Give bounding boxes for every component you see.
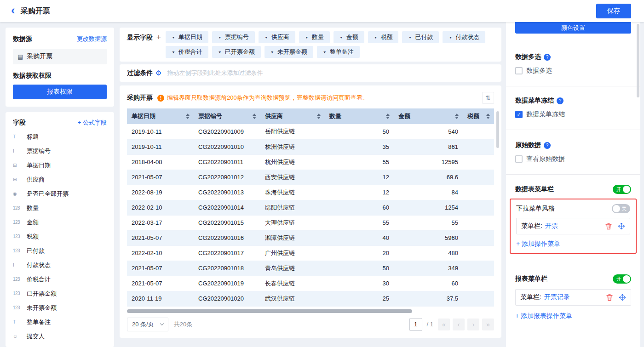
row-sort-button[interactable]: ⇅	[482, 92, 494, 104]
sort-icon[interactable]	[317, 114, 321, 119]
add-action-menu-link[interactable]: + 添加操作菜单	[516, 240, 560, 248]
help-icon[interactable]: ?	[557, 97, 564, 104]
sort-icon[interactable]	[253, 114, 256, 119]
table-row[interactable]: 2022-02-10CG20220901017广州供应链20480	[127, 245, 494, 261]
table-cell: 25	[325, 291, 394, 306]
sort-icon[interactable]	[386, 114, 390, 119]
table-row[interactable]: 2021-05-07CG20220901016湘潭供应链405960	[127, 230, 494, 245]
save-button[interactable]: 保存	[596, 4, 631, 18]
add-display-field-icon[interactable]: +	[156, 31, 161, 58]
display-field-chip[interactable]: ▼数量	[299, 31, 330, 43]
multi-select-checkbox-row[interactable]: 数据多选	[515, 67, 631, 75]
menu-item-value[interactable]: 开票记录	[544, 293, 570, 301]
sort-icon[interactable]	[486, 114, 490, 119]
text-icon: T	[13, 319, 24, 324]
display-field-chip[interactable]: ▼税额	[368, 31, 399, 43]
menu-item-value[interactable]: 开票	[545, 222, 558, 230]
column-header[interactable]: 金额	[394, 108, 463, 124]
next-page-button[interactable]: ›	[467, 319, 479, 330]
last-page-button[interactable]: »	[482, 319, 494, 330]
color-settings-button[interactable]: 颜色设置	[515, 22, 631, 34]
display-field-chip[interactable]: ▼付款状态	[443, 31, 485, 43]
first-page-button[interactable]: «	[438, 319, 450, 330]
gear-icon[interactable]: ⚙	[155, 69, 161, 77]
field-item[interactable]: T标题	[13, 130, 107, 144]
display-field-chip[interactable]: ▼金额	[334, 31, 364, 43]
move-icon[interactable]	[619, 294, 626, 301]
display-field-chip[interactable]: ▼供应商	[259, 31, 295, 43]
change-datasource-link[interactable]: 更改数据源	[77, 35, 107, 43]
table-menu-toggle[interactable]: 开	[613, 185, 631, 194]
display-field-chip[interactable]: ▼价税合计	[166, 46, 208, 58]
field-item[interactable]: 123已开票金额	[13, 286, 107, 301]
help-icon[interactable]: ?	[544, 142, 551, 149]
table-row[interactable]: 2022-03-17CG20220901015大理供应链5555	[127, 215, 494, 230]
table-row[interactable]: 2022-02-10CG20220901014绵阳供应链601254	[127, 200, 494, 215]
checkbox-checked[interactable]: ✓	[515, 111, 523, 118]
menu-item-prefix: 菜单栏:	[521, 222, 542, 230]
field-item[interactable]: 123数量	[13, 201, 107, 215]
field-item[interactable]: 123价税合计	[13, 272, 107, 286]
panel-scrollbar[interactable]	[637, 24, 639, 97]
menu-item-row[interactable]: 菜单栏: 开票	[516, 218, 630, 234]
horizontal-scrollbar[interactable]	[127, 309, 412, 313]
field-item[interactable]: ◉是否已全部开票	[13, 187, 107, 201]
help-icon[interactable]: ?	[544, 54, 551, 61]
display-field-chip[interactable]: ▼已开票金额	[212, 46, 261, 58]
column-header[interactable]: 数量	[325, 108, 394, 124]
field-item[interactable]: I付款状态	[13, 258, 107, 272]
table-row[interactable]: 2021-05-07CG20220901018青岛供应链50349	[127, 261, 494, 276]
field-item[interactable]: 123金额	[13, 215, 107, 229]
field-label: 付款状态	[27, 261, 51, 269]
current-page[interactable]: 1	[409, 318, 422, 331]
chip-label: 数量	[312, 33, 324, 41]
field-item[interactable]: I票据编号	[13, 144, 107, 158]
checkbox-unchecked[interactable]	[515, 67, 523, 74]
field-item[interactable]: 123未开票金额	[13, 301, 107, 315]
table-row[interactable]: 2021-05-07CG20220901012西安供应链1269.6	[127, 170, 494, 185]
menu-freeze-checkbox-row[interactable]: ✓ 数据菜单冻结	[515, 110, 631, 119]
column-header[interactable]: 单据日期	[127, 108, 194, 124]
display-field-chip[interactable]: ▼未开票金额	[264, 46, 313, 58]
field-item[interactable]: ☺提交人	[13, 329, 107, 343]
report-permission-button[interactable]: 报表权限	[13, 85, 107, 99]
menu-item-row[interactable]: 菜单栏: 开票记录	[515, 289, 631, 306]
checkbox-unchecked[interactable]	[515, 155, 523, 163]
display-field-chip[interactable]: ▼单据日期	[166, 31, 208, 43]
field-item[interactable]: 123税额	[13, 229, 107, 244]
delete-icon[interactable]	[606, 294, 613, 301]
sort-icon[interactable]	[455, 114, 459, 119]
sort-icon[interactable]	[186, 114, 190, 119]
table-row[interactable]: 2019-10-11CG20220901010株洲供应链35861	[127, 139, 494, 154]
table-row[interactable]: 2018-04-08CG20220901011杭州供应链5512595	[127, 154, 494, 170]
prev-page-button[interactable]: ‹	[453, 319, 465, 330]
formula-field-link[interactable]: + 公式字段	[78, 119, 107, 127]
raw-data-checkbox-row[interactable]: 查看原始数据	[515, 155, 631, 163]
table-cell: 35	[325, 139, 394, 154]
chevron-down-icon: ▼	[218, 50, 222, 54]
table-row[interactable]: 2020-11-19CG20220901020武汉供应链2537.5	[127, 291, 494, 306]
vertical-scrollbar[interactable]	[496, 111, 499, 148]
table-cell: 杭州供应链	[260, 154, 325, 170]
field-item[interactable]: ⊞单据日期	[13, 158, 107, 172]
display-field-chip[interactable]: ▼票据编号	[212, 31, 255, 43]
datasource-item[interactable]: ▤ 采购开票	[13, 49, 107, 64]
move-icon[interactable]	[618, 222, 625, 230]
column-header[interactable]: 税额	[463, 108, 494, 124]
back-icon[interactable]: ‹	[11, 4, 15, 16]
dropdown-style-toggle[interactable]: 关	[612, 204, 630, 213]
add-report-action-menu-link[interactable]: + 添加报表操作菜单	[515, 312, 572, 320]
table-row[interactable]: 2021-05-07CG20220901019长春供应链3060	[127, 276, 494, 291]
column-header[interactable]: 供应商	[260, 108, 325, 124]
display-field-chip[interactable]: ▼已付款	[402, 31, 439, 43]
table-row[interactable]: 2022-08-19CG20220901013珠海供应链1284	[127, 185, 494, 200]
page-size-select[interactable]: 20 条/页	[127, 318, 168, 331]
column-header[interactable]: 票据编号	[194, 108, 260, 124]
field-item[interactable]: ⊟供应商	[13, 172, 107, 187]
table-row[interactable]: 2019-10-11CG20220901009岳阳供应链50540	[127, 124, 494, 139]
report-menu-toggle[interactable]: 开	[613, 274, 631, 284]
display-field-chip[interactable]: ▼整单备注	[317, 46, 360, 58]
field-item[interactable]: 123已付款	[13, 244, 107, 258]
delete-icon[interactable]	[605, 222, 612, 230]
field-item[interactable]: T整单备注	[13, 315, 107, 329]
